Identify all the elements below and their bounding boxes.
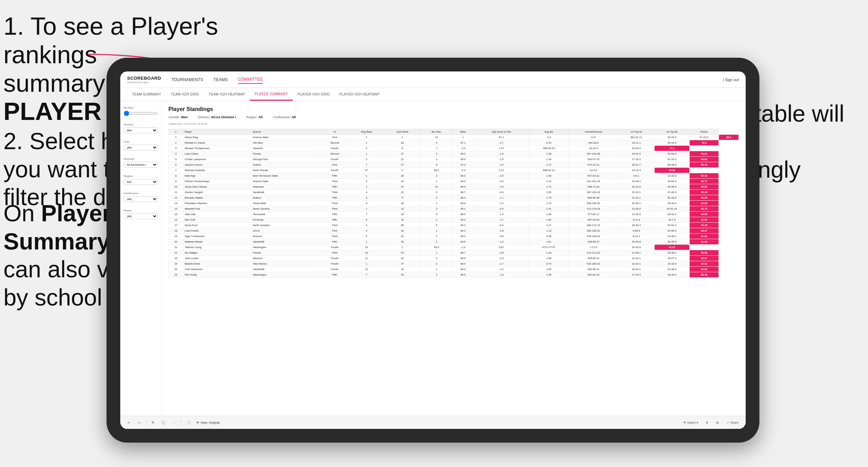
export-btn[interactable]: ⬆ bbox=[704, 420, 711, 425]
cell-2-4: 2 bbox=[349, 146, 384, 151]
bottom-toolbar: ↩ ↪ ⧉ 📋 ··· 🕐 👁 View: Original 👁 Watch ▾… bbox=[120, 416, 746, 429]
cell-15-2: Kentucky bbox=[251, 217, 320, 223]
region-select[interactable]: N/A All bbox=[124, 179, 158, 185]
col-school[interactable]: School bbox=[251, 129, 320, 135]
cell-16-3: Third bbox=[320, 223, 349, 228]
nav-teams[interactable]: TEAMS bbox=[213, 76, 227, 84]
filter-conference: Conference: All bbox=[273, 115, 296, 119]
col-adj-score[interactable]: Adj. Score to Par bbox=[474, 129, 529, 135]
cell-9-4: 1 bbox=[349, 184, 384, 190]
table-row: 4Luke ClatonFloridaSecond127268.2-1.61.9… bbox=[169, 151, 739, 157]
cell-0-11: 381-61-11 bbox=[618, 135, 655, 140]
col-avg-sg[interactable]: Avg SG bbox=[529, 129, 569, 135]
cell-7-13: 53.42 bbox=[689, 173, 719, 179]
nav-tournaments[interactable]: TOURNAMENTS bbox=[171, 76, 203, 84]
col-rank[interactable]: # bbox=[169, 129, 183, 135]
watch-btn[interactable]: 👁 Watch ▾ bbox=[681, 420, 700, 425]
col-player[interactable]: Player bbox=[183, 129, 252, 135]
cell-12-4: 6 bbox=[349, 201, 384, 206]
subnav-player-h2h-heatmap[interactable]: PLAYER H2H HEATMAP bbox=[335, 88, 385, 101]
cell-5-3: First bbox=[320, 162, 349, 168]
col-vs-top50[interactable]: Vs Top 50 bbox=[655, 129, 690, 135]
cell-4-2: Georgia Tech bbox=[251, 157, 320, 162]
undo-btn[interactable]: ↩ bbox=[125, 420, 132, 425]
cell-13-9: 1.41 bbox=[529, 206, 569, 212]
filter-division: Division: NCAA Division I bbox=[198, 115, 236, 119]
sign-out-link[interactable]: | Sign out bbox=[723, 78, 739, 82]
cell-20-1: Taehoon Song bbox=[183, 245, 252, 250]
cell-20-4: 23 bbox=[349, 245, 384, 250]
cell-5-9: 2.72 bbox=[529, 162, 569, 168]
cell-22-6: 6 bbox=[421, 256, 453, 261]
cell-1-2: Ole Miss bbox=[251, 140, 320, 146]
no-rds-slider[interactable] bbox=[124, 111, 158, 116]
cell-1-3: Second bbox=[320, 140, 349, 146]
cell-8-5: 24 bbox=[384, 179, 421, 184]
on-text: On bbox=[3, 200, 41, 226]
table-row: 5Christo LamprechtGeorgia TechFourth2212… bbox=[169, 157, 739, 162]
cell-6-9: 698-54-13 bbox=[529, 168, 569, 173]
copy-btn[interactable]: ⧉ bbox=[150, 420, 156, 425]
region-filter-value: All bbox=[258, 115, 263, 119]
subnav-team-summary[interactable]: TEAM SUMMARY bbox=[127, 88, 166, 101]
view-icon: 👁 bbox=[196, 421, 199, 424]
cell-22-1: Jack Lundin bbox=[183, 256, 252, 261]
cell-20-8: 0.87 bbox=[474, 245, 529, 250]
cell-6-4: 27 bbox=[349, 168, 384, 173]
cell-5-5: 27 bbox=[384, 162, 421, 168]
cell-19-6: 2 bbox=[421, 239, 453, 245]
cell-20-7: -1.0 bbox=[452, 245, 474, 250]
cell-9-1: Jacob Skov-Olesen bbox=[183, 184, 252, 190]
col-wins[interactable]: Wins bbox=[452, 129, 474, 135]
cell-14-13: 40.55 bbox=[689, 212, 719, 217]
conference-filter-label: Conference: bbox=[273, 115, 291, 119]
sidebar-gender: Gender Men Women bbox=[124, 123, 158, 133]
cell-16-6: 0 bbox=[421, 223, 453, 228]
cell-7-8: -2.5 bbox=[474, 173, 529, 179]
subnav-player-h2h-grid[interactable]: PLAYER H2H GRID bbox=[293, 88, 335, 101]
cell-19-11: 20-25-8 bbox=[618, 239, 655, 245]
player-label: Player bbox=[124, 209, 158, 212]
col-overall[interactable]: Overall Record bbox=[569, 129, 618, 135]
subnav-team-h2h-heatmap[interactable]: TEAM H2H HEATMAP bbox=[204, 88, 250, 101]
cell-5-8: -2.0 bbox=[474, 162, 529, 168]
conference-select[interactable]: (All) bbox=[124, 196, 158, 202]
cell-20-9: 473-177-57 bbox=[529, 245, 569, 250]
paste-btn[interactable]: 📋 bbox=[159, 420, 167, 425]
player-select[interactable]: (All) bbox=[124, 213, 158, 219]
cell-13-11: 22-26-9 bbox=[618, 206, 655, 212]
share-btn[interactable]: ↗ Share bbox=[724, 420, 741, 425]
cell-11-2: Auburn bbox=[251, 195, 320, 201]
clock-btn[interactable]: 🕐 bbox=[185, 420, 193, 425]
cell-19-1: Matthew Riedel bbox=[183, 239, 252, 245]
col-vs-top25[interactable]: Vs Top 25 bbox=[618, 129, 655, 135]
year-select[interactable]: (All) First Second Third Fourth Fifth bbox=[124, 145, 158, 151]
col-points[interactable]: Points bbox=[689, 129, 719, 135]
cell-1-6: 0 bbox=[421, 140, 453, 146]
cell-14-0: 15 bbox=[169, 212, 183, 217]
cell-7-9: 1.93 bbox=[529, 173, 569, 179]
nav-committee[interactable]: COMMITTEE bbox=[238, 76, 263, 84]
layout-btn[interactable]: ⊞ bbox=[714, 420, 721, 425]
cell-25-1: Petr Hruby bbox=[183, 272, 252, 278]
table-row: 10Jacob Skov-OlesenArkansasFifth1231068.… bbox=[169, 184, 739, 190]
cell-0-2: Arizona State bbox=[251, 135, 320, 140]
table-row: 25Cole SherwoodVanderbiltFourth1223168.3… bbox=[169, 267, 739, 272]
col-no-rds[interactable]: No. Rds. bbox=[421, 129, 453, 135]
subnav-player-summary[interactable]: PLAYER SUMMARY bbox=[250, 88, 293, 101]
toolbar-divider-2 bbox=[181, 420, 181, 426]
table-row: 3Michael ThorbjornsenStanfordFourth287-2… bbox=[169, 146, 739, 151]
col-conf-rank[interactable]: Conf Rank bbox=[384, 129, 421, 135]
gender-select[interactable]: Men Women bbox=[124, 127, 158, 133]
cell-12-6: 1 bbox=[421, 201, 453, 206]
col-reg-rank[interactable]: Reg Rank bbox=[349, 129, 384, 135]
cell-25-9: 1.56 bbox=[529, 272, 569, 278]
more-btn[interactable]: ··· bbox=[171, 420, 178, 425]
division-select[interactable]: NCAA Division I NCAA Division II NCAA Di… bbox=[124, 162, 158, 168]
cell-5-7: 67.3 bbox=[452, 162, 474, 168]
cell-3-5: 27 bbox=[384, 151, 421, 157]
subnav-team-h2h-grid[interactable]: TEAM H2H GRID bbox=[166, 88, 204, 101]
redo-btn[interactable]: ↪ bbox=[136, 420, 143, 425]
cell-12-10: 628-150-30 bbox=[569, 201, 618, 206]
col-yr[interactable]: Yr bbox=[320, 129, 349, 135]
